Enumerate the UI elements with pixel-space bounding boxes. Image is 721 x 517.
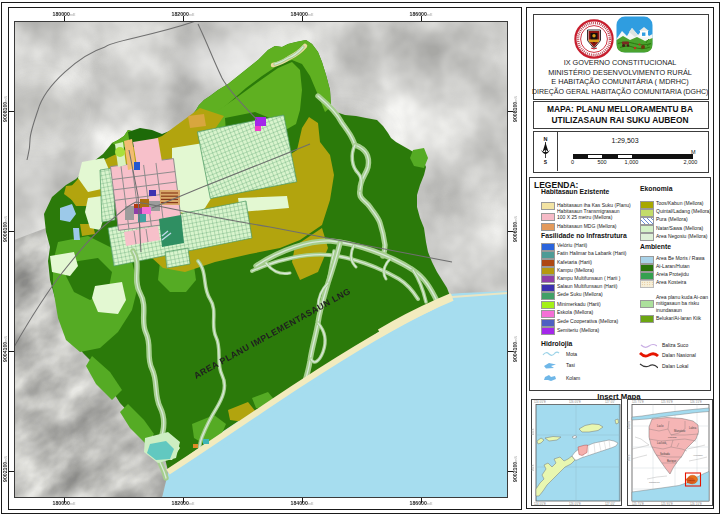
svg-text:Soibada: Soibada [660, 452, 670, 456]
svg-text:N: N [544, 136, 548, 142]
svg-text:8 0'S: 8 0'S [531, 429, 535, 435]
svg-text:125 7'0"E: 125 7'0"E [632, 502, 644, 506]
svg-text:9 0'S: 9 0'S [531, 465, 535, 471]
svg-text:126 0'0"E: 126 0'0"E [569, 502, 581, 506]
svg-text:Barique: Barique [667, 459, 677, 463]
svg-text:125 7'0"E: 125 7'0"E [632, 400, 644, 404]
svg-text:Laclo: Laclo [657, 424, 664, 428]
svg-text:8 40'S: 8 40'S [627, 421, 631, 429]
svg-text:9 0'S: 9 0'S [627, 455, 631, 461]
svg-text:Manatuto: Manatuto [674, 429, 686, 433]
svg-text:Lacluta: Lacluta [657, 441, 666, 445]
svg-text:126 1'0"E: 126 1'0"E [690, 502, 702, 506]
svg-text:125 9'0"E: 125 9'0"E [661, 502, 673, 506]
svg-text:Laleia: Laleia [689, 426, 697, 430]
svg-text:126 0'0"E: 126 0'0"E [569, 400, 581, 404]
svg-text:Aubeon: Aubeon [687, 479, 695, 481]
svg-text:Vemasse: Vemasse [693, 454, 704, 457]
svg-text:126 1'0"E: 126 1'0"E [690, 400, 702, 404]
svg-text:Natarbora: Natarbora [649, 481, 660, 484]
svg-text:124 0'0"E: 124 0'0"E [534, 502, 546, 506]
svg-text:124 0'0"E: 124 0'0"E [534, 400, 546, 404]
svg-text:Laclubar: Laclubar [668, 436, 677, 438]
svg-text:127 0'0": 127 0'0" [605, 400, 615, 404]
svg-text:S: S [544, 159, 548, 165]
svg-text:127 0'0": 127 0'0" [605, 502, 615, 506]
svg-text:125 9'0"E: 125 9'0"E [661, 400, 673, 404]
